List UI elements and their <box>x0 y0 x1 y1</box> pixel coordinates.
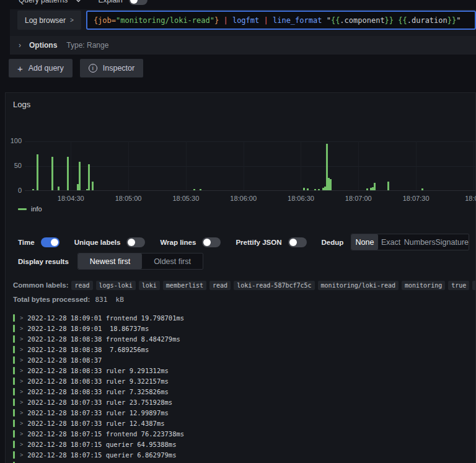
query-token <box>228 16 232 25</box>
log-row[interactable]: >2022-12-28 18:07:33 ruler 12.4387ms <box>8 418 475 428</box>
log-row[interactable]: >2022-12-28 18:08:38 7.689256ms <box>8 344 475 355</box>
time-toggle[interactable] <box>41 237 60 247</box>
log-row[interactable]: >2022-12-28 18:09:01 frontend 19.798701m… <box>8 312 475 323</box>
dedup-segmented-control: NoneExactNumbersSignature <box>351 234 469 250</box>
chart-bar <box>67 157 69 190</box>
expand-chevron-icon[interactable]: > <box>20 389 23 395</box>
options-expander[interactable]: › Options Type: Range <box>10 36 476 55</box>
log-browser-button[interactable]: Log browser > <box>17 11 81 30</box>
expand-chevron-icon[interactable]: > <box>20 441 23 448</box>
dedup-option-signature[interactable]: Signature <box>435 234 469 250</box>
log-row[interactable]: >2022-12-28 18:08:33 ruler 9.291312ms <box>8 365 475 376</box>
common-label-chip: read <box>209 281 231 290</box>
x-tick-label: 18:05:30 <box>172 195 199 202</box>
dedup-option-numbers[interactable]: Numbers <box>404 234 436 250</box>
toggle-knob <box>289 239 297 246</box>
dedup-option-none[interactable]: None <box>351 234 377 250</box>
chart-bar <box>374 183 376 190</box>
chart-bar <box>37 154 38 190</box>
order-option-newest-first[interactable]: Newest first <box>78 254 142 269</box>
log-level-indicator <box>13 420 15 427</box>
logql-query-input[interactable]: {job="monitoring/loki-read"} | logfmt | … <box>86 11 476 30</box>
expand-chevron-icon[interactable]: > <box>20 420 23 426</box>
gridline-vertical <box>474 141 474 190</box>
query-row: Log browser > {job="monitoring/loki-read… <box>17 11 476 30</box>
log-row[interactable]: >2022-12-28 18:07:15 frontend 76.223738m… <box>8 428 475 439</box>
log-row[interactable]: >2022-12-28 18:08:33 ruler 7.325826ms <box>8 386 475 397</box>
expand-chevron-icon[interactable]: > <box>20 368 23 374</box>
explain-toggle[interactable] <box>129 0 148 5</box>
log-row[interactable]: >2022-12-28 18:07:15 querier 6.862979ms <box>8 449 475 460</box>
query-token: .duration <box>407 16 447 25</box>
log-line-text: 2022-12-28 18:07:33 ruler 12.99897ms <box>27 409 169 417</box>
toggle-group-unique-labels: Unique labels <box>74 237 146 247</box>
toggle-group-time: Time <box>18 237 60 247</box>
log-line-text: 2022-12-28 18:08:33 ruler 9.291312ms <box>27 367 169 374</box>
add-query-label: Add query <box>29 64 64 73</box>
log-row[interactable]: >2022-12-28 18:07:15 querier 4.424412ms <box>8 460 475 463</box>
query-token <box>219 16 223 25</box>
toggle-label: Unique labels <box>74 239 121 246</box>
chart-bar <box>314 189 316 190</box>
panel-title[interactable]: Logs <box>13 100 30 109</box>
gridline-vertical <box>71 141 71 190</box>
log-rows-list: >2022-12-28 18:09:01 frontend 19.798701m… <box>8 312 475 463</box>
log-line-text: 2022-12-28 18:07:15 frontend 76.223738ms <box>27 430 184 438</box>
query-token: | <box>264 16 268 25</box>
log-row[interactable]: >2022-12-28 18:07:33 ruler 12.99897ms <box>8 407 475 418</box>
expand-chevron-icon[interactable]: > <box>20 336 23 342</box>
chart-bar <box>193 189 195 190</box>
inspector-button[interactable]: i Inspector <box>80 59 143 77</box>
expand-chevron-icon[interactable]: > <box>20 357 23 363</box>
query-editor-card: Log browser > {job="monitoring/loki-read… <box>10 9 476 55</box>
toggle-group-wrap-lines: Wrap lines <box>160 237 221 247</box>
query-token: {{ <box>331 16 340 25</box>
x-tick-label: 18:06:00 <box>230 195 257 202</box>
gridline-horizontal <box>25 166 475 167</box>
add-query-button[interactable]: + Add query <box>9 59 73 77</box>
log-row[interactable]: >2022-12-28 18:09:01 18.86737ms <box>8 323 475 333</box>
expand-chevron-icon[interactable]: > <box>20 410 23 416</box>
unique-labels-toggle[interactable] <box>126 237 145 247</box>
chevron-right-icon: > <box>70 17 74 24</box>
log-level-indicator <box>13 451 15 459</box>
log-display-controls: TimeUnique labelsWrap linesPrettify JSON… <box>18 234 469 250</box>
chart-bar <box>318 189 320 190</box>
expand-chevron-icon[interactable]: > <box>20 346 23 353</box>
expand-chevron-icon[interactable]: > <box>20 431 23 437</box>
query-token: "monitoring/loki-read" <box>116 16 214 25</box>
wrap-lines-toggle[interactable] <box>202 237 221 247</box>
log-row[interactable]: >2022-12-28 18:08:38 frontend 8.484279ms <box>8 333 475 344</box>
query-patterns-button[interactable]: Query patterns <box>19 0 68 4</box>
expand-chevron-icon[interactable]: > <box>20 399 23 405</box>
query-token: }} <box>385 16 394 25</box>
expand-chevron-icon[interactable]: > <box>20 452 23 458</box>
log-line-text: 2022-12-28 18:08:33 ruler 9.322157ms <box>27 377 169 385</box>
chart-bar <box>307 188 309 190</box>
chart-bar <box>200 189 201 190</box>
legend-label-info[interactable]: info <box>31 205 42 213</box>
log-line-text: 2022-12-28 18:07:15 querier 6.862979ms <box>27 451 176 459</box>
expand-chevron-icon[interactable]: > <box>20 378 23 384</box>
chevron-right-icon[interactable]: › <box>19 41 21 50</box>
log-row[interactable]: >2022-12-28 18:08:33 ruler 9.322157ms <box>8 376 475 386</box>
chart-bar <box>79 162 81 190</box>
log-row[interactable]: >2022-12-28 18:07:33 ruler 23.751928ms <box>8 397 475 407</box>
gridline-vertical <box>128 141 129 190</box>
log-line-text: 2022-12-28 18:08:38 frontend 8.484279ms <box>27 335 180 343</box>
order-option-oldest-first[interactable]: Oldest first <box>142 254 203 269</box>
log-level-indicator <box>13 409 15 417</box>
dedup-option-exact[interactable]: Exact <box>378 234 404 250</box>
query-token: line_format <box>273 16 322 25</box>
x-tick-label: 18:04:30 <box>58 195 84 202</box>
expand-chevron-icon[interactable]: > <box>20 325 23 332</box>
prettify-json-toggle[interactable] <box>288 237 307 247</box>
common-label-chip: read <box>71 281 92 290</box>
query-token <box>259 16 263 25</box>
expand-chevron-icon[interactable]: > <box>20 315 23 321</box>
log-level-indicator <box>13 430 15 438</box>
log-row[interactable]: >2022-12-28 18:07:15 querier 64.95388ms <box>8 439 475 449</box>
log-row[interactable]: >2022-12-28 18:08:37 <box>8 355 475 365</box>
chevron-down-icon[interactable] <box>75 0 82 2</box>
x-tick-label: 18:06:30 <box>288 195 314 202</box>
